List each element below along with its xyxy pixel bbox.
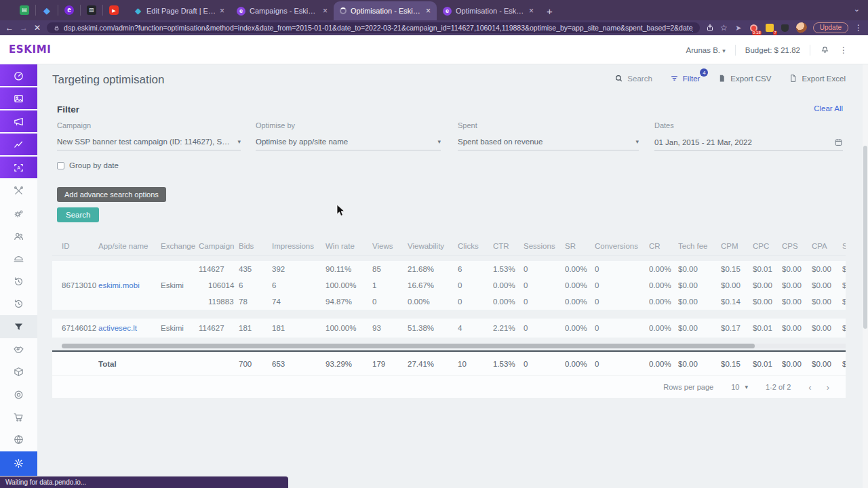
app-site-link[interactable]: eskimi.mobi [98, 281, 140, 289]
app-site-link[interactable]: activesec.lt [98, 324, 137, 332]
bookmark-star-icon[interactable]: ☆ [720, 23, 728, 33]
sidebar-item-box[interactable] [0, 361, 37, 383]
stop-loading-icon[interactable]: ✕ [34, 24, 41, 32]
clear-all-link[interactable]: Clear All [814, 104, 843, 113]
youtube-pinned-tab[interactable]: ▶ [103, 5, 125, 16]
share-icon[interactable] [706, 24, 714, 32]
browser-tab-2[interactable]: Optimisation - Eskimi DSP - Yo× [334, 1, 437, 20]
header-menu-icon[interactable]: ⋮ [840, 45, 848, 55]
eskimi-pinned-tab[interactable]: e [58, 5, 81, 16]
forward-icon[interactable]: → [20, 24, 28, 32]
vertical-scrollbar[interactable] [863, 64, 868, 488]
metric-cell: 2.21% [493, 319, 524, 338]
lock-icon [54, 25, 60, 31]
prev-page-icon[interactable]: ‹ [808, 382, 811, 392]
close-icon[interactable]: × [426, 6, 431, 16]
metric-cell: 114627 [199, 261, 239, 277]
sheets-icon: ▤ [20, 5, 29, 15]
rows-per-page-select[interactable]: 10 ▾ [731, 383, 748, 391]
chevron-down-icon: ▾ [745, 384, 748, 390]
sidebar-item-chart[interactable] [0, 134, 37, 155]
notes-pinned-tab[interactable]: ▨ [81, 5, 103, 16]
sidebar-item-targeting[interactable]: A [0, 157, 37, 178]
metric-cell: 0.00% [649, 293, 678, 310]
table-row: 67146012activesec.ltEskimi11462718118110… [52, 319, 846, 338]
total-cell: $ [842, 351, 846, 375]
back-icon[interactable]: ← [5, 24, 14, 32]
optimisation-table-wrap: IDApp/site nameExchangeCampaignBidsImpre… [52, 237, 846, 375]
metric-cell: 51.38% [408, 319, 458, 338]
sidebar-item-gauge[interactable] [0, 64, 37, 86]
browser-update-button[interactable]: Update [813, 22, 848, 33]
close-icon[interactable]: × [529, 6, 534, 16]
browser-profile-avatar[interactable] [796, 22, 807, 33]
dates-field[interactable]: Dates 01 Jan, 2015 - 21 Mar, 2022 [654, 121, 843, 151]
diamond-pinned-tab[interactable]: ◆ [36, 5, 58, 16]
targeting-icon: A [13, 162, 24, 174]
metric-cell: $0.01 [753, 261, 782, 277]
filter-tool[interactable]: Filter 4 [670, 74, 701, 83]
add-advance-search-button[interactable]: Add advance search options [57, 187, 166, 202]
tab-search-chevron-icon[interactable]: ⌄ [854, 5, 860, 14]
metric-cell: 0 [524, 277, 565, 293]
metric-cell: $ [842, 293, 846, 310]
close-icon[interactable]: × [220, 6, 224, 16]
metric-cell: 1.53% [493, 261, 524, 277]
notes-extension-icon[interactable]: 7 [765, 23, 774, 33]
export-csv-button[interactable]: Export CSV [717, 74, 771, 83]
sidebar-item-globe[interactable] [0, 428, 37, 451]
horizontal-scrollbar[interactable] [52, 338, 846, 351]
notifications-bell-icon[interactable] [820, 44, 830, 56]
sidebar-item-tools[interactable] [0, 180, 37, 202]
extension-cursor-icon[interactable]: ➤ [734, 23, 743, 33]
url-bar[interactable]: dsp.eskimi.com/admin?function=optimisati… [47, 22, 700, 33]
sidebar-item-gear[interactable] [0, 451, 37, 476]
eskimi-logo[interactable]: ESKIMI [9, 43, 51, 56]
file-outline-icon [789, 74, 797, 83]
sidebar-item-funnel[interactable] [0, 315, 37, 338]
sidebar-item-dome[interactable] [0, 247, 37, 270]
new-tab-button[interactable]: + [547, 5, 553, 17]
next-page-icon[interactable]: › [827, 382, 829, 392]
metric-cell: 1 [372, 277, 408, 293]
dome-icon [13, 253, 24, 264]
sidebar-item-history[interactable] [0, 270, 37, 293]
search-button[interactable]: Search [57, 207, 99, 222]
sidebar-item-handshake[interactable] [0, 338, 37, 361]
campaign-select[interactable]: Campaign New SSP banner test campaign (I… [57, 121, 241, 150]
export-excel-button[interactable]: Export Excel [789, 74, 846, 83]
sidebar-item-gears[interactable] [0, 202, 37, 224]
calendar-icon[interactable] [834, 138, 843, 146]
browser-menu-icon[interactable]: ⋮ [854, 23, 863, 33]
search-tool[interactable]: Search [614, 74, 652, 83]
total-cell: 27.41% [408, 351, 458, 375]
metric-cell: $ [842, 277, 846, 293]
optimise-by-select[interactable]: Optimise by Optimise by app/site name▾ [256, 121, 441, 150]
sidebar-item-history2[interactable] [0, 293, 37, 315]
app-header: ESKIMI Arunas B. ▾ Budget: $ 21.82 ⋮ [0, 35, 868, 64]
user-menu[interactable]: Arunas B. ▾ [686, 46, 726, 54]
filter-icon [670, 74, 679, 83]
gear-icon [13, 458, 24, 469]
group-by-date-checkbox[interactable]: Group by date [57, 161, 119, 169]
sidebar: A [0, 64, 37, 488]
sheets-pinned-tab[interactable]: ▤ [14, 5, 36, 16]
total-cell: $0.01 [753, 351, 782, 375]
sidebar-item-target[interactable] [0, 384, 37, 406]
spent-select[interactable]: Spent Spent based on revenue▾ [458, 121, 639, 150]
column-header: Bids [239, 237, 272, 255]
sidebar-item-users[interactable] [0, 225, 37, 247]
browser-tab-3[interactable]: eOptimisation - Eskimi DSP - Y× [437, 1, 540, 20]
pin-extension-icon[interactable] [781, 23, 790, 33]
recorder-extension-icon[interactable]: 0:18 [749, 23, 759, 33]
sidebar-item-image[interactable] [0, 87, 37, 109]
browser-tab-1[interactable]: eCampaigns - Eskimi DSP - You× [231, 1, 334, 20]
exchange-cell: Eskimi [161, 261, 199, 310]
sidebar-item-megaphone[interactable] [0, 110, 37, 132]
mouse-cursor [336, 205, 346, 217]
history2-icon [13, 298, 24, 310]
sidebar-item-cart[interactable] [0, 406, 37, 428]
browser-tab-0[interactable]: ◆Edit Page Draft | Eskimi Manual× [127, 1, 231, 20]
browser-addressbar: ← → ✕ dsp.eskimi.com/admin?function=opti… [0, 20, 868, 35]
close-icon[interactable]: × [323, 6, 328, 16]
